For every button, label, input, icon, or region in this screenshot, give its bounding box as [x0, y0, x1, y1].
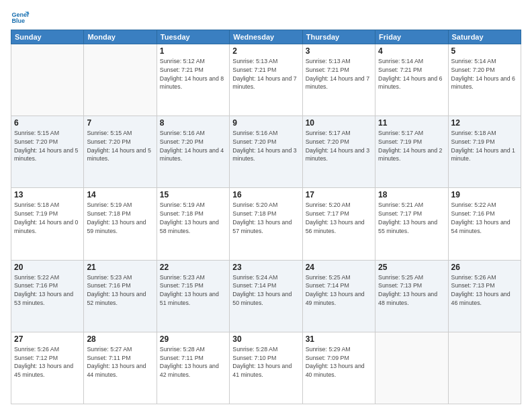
calendar-cell: 18Sunrise: 5:21 AMSunset: 7:17 PMDayligh… — [375, 188, 448, 260]
calendar-header-row: SundayMondayTuesdayWednesdayThursdayFrid… — [11, 30, 521, 44]
day-header-thursday: Thursday — [302, 30, 375, 44]
day-info: Sunrise: 5:23 AMSunset: 7:15 PMDaylight:… — [160, 273, 226, 308]
day-number: 19 — [451, 190, 518, 199]
calendar-cell: 10Sunrise: 5:17 AMSunset: 7:20 PMDayligh… — [302, 116, 375, 188]
calendar-cell: 6Sunrise: 5:15 AMSunset: 7:20 PMDaylight… — [11, 116, 84, 188]
day-info: Sunrise: 5:15 AMSunset: 7:20 PMDaylight:… — [14, 129, 81, 163]
calendar-cell: 8Sunrise: 5:16 AMSunset: 7:20 PMDaylight… — [157, 116, 229, 188]
day-number: 25 — [378, 263, 445, 272]
day-info: Sunrise: 5:12 AMSunset: 7:21 PMDaylight:… — [160, 57, 226, 91]
calendar-cell: 16Sunrise: 5:20 AMSunset: 7:18 PMDayligh… — [230, 188, 302, 260]
calendar-cell: 24Sunrise: 5:25 AMSunset: 7:14 PMDayligh… — [302, 260, 375, 332]
calendar-cell: 1Sunrise: 5:12 AMSunset: 7:21 PMDaylight… — [157, 44, 229, 116]
day-info: Sunrise: 5:21 AMSunset: 7:17 PMDaylight:… — [378, 201, 445, 235]
day-number: 21 — [87, 263, 153, 272]
calendar-cell — [375, 332, 448, 404]
calendar-cell: 28Sunrise: 5:27 AMSunset: 7:11 PMDayligh… — [84, 332, 157, 404]
day-info: Sunrise: 5:26 AMSunset: 7:13 PMDaylight:… — [451, 273, 518, 308]
day-number: 26 — [451, 263, 518, 272]
day-info: Sunrise: 5:19 AMSunset: 7:18 PMDaylight:… — [160, 201, 226, 235]
day-info: Sunrise: 5:18 AMSunset: 7:19 PMDaylight:… — [451, 129, 518, 163]
calendar-cell: 3Sunrise: 5:13 AMSunset: 7:21 PMDaylight… — [302, 44, 375, 116]
calendar-cell: 5Sunrise: 5:14 AMSunset: 7:20 PMDaylight… — [448, 44, 521, 116]
day-info: Sunrise: 5:25 AMSunset: 7:14 PMDaylight:… — [306, 273, 372, 308]
day-info: Sunrise: 5:16 AMSunset: 7:20 PMDaylight:… — [232, 129, 299, 163]
day-info: Sunrise: 5:20 AMSunset: 7:17 PMDaylight:… — [306, 201, 372, 235]
day-info: Sunrise: 5:16 AMSunset: 7:20 PMDaylight:… — [160, 129, 226, 163]
day-info: Sunrise: 5:28 AMSunset: 7:11 PMDaylight:… — [160, 345, 226, 379]
day-number: 6 — [14, 118, 81, 128]
calendar-week-row: 1Sunrise: 5:12 AMSunset: 7:21 PMDaylight… — [11, 44, 521, 116]
calendar-cell: 4Sunrise: 5:14 AMSunset: 7:21 PMDaylight… — [375, 44, 448, 116]
day-number: 27 — [14, 334, 81, 344]
day-info: Sunrise: 5:23 AMSunset: 7:16 PMDaylight:… — [87, 273, 153, 308]
day-number: 30 — [232, 334, 299, 344]
calendar-cell: 30Sunrise: 5:28 AMSunset: 7:10 PMDayligh… — [230, 332, 302, 404]
calendar-cell: 11Sunrise: 5:17 AMSunset: 7:19 PMDayligh… — [375, 116, 448, 188]
calendar-table: SundayMondayTuesdayWednesdayThursdayFrid… — [11, 30, 521, 404]
calendar-cell: 27Sunrise: 5:26 AMSunset: 7:12 PMDayligh… — [11, 332, 84, 404]
day-info: Sunrise: 5:25 AMSunset: 7:13 PMDaylight:… — [378, 273, 445, 308]
day-info: Sunrise: 5:17 AMSunset: 7:19 PMDaylight:… — [378, 129, 445, 163]
day-info: Sunrise: 5:26 AMSunset: 7:12 PMDaylight:… — [14, 345, 81, 379]
logo: General Blue — [11, 8, 32, 27]
calendar-cell: 13Sunrise: 5:18 AMSunset: 7:19 PMDayligh… — [11, 188, 84, 260]
day-number: 2 — [232, 46, 299, 56]
day-number: 4 — [378, 46, 445, 56]
calendar-week-row: 6Sunrise: 5:15 AMSunset: 7:20 PMDaylight… — [11, 116, 521, 188]
day-info: Sunrise: 5:19 AMSunset: 7:18 PMDaylight:… — [87, 201, 153, 235]
day-info: Sunrise: 5:20 AMSunset: 7:18 PMDaylight:… — [232, 201, 299, 235]
calendar-cell — [11, 44, 84, 116]
day-number: 22 — [160, 263, 226, 272]
day-info: Sunrise: 5:28 AMSunset: 7:10 PMDaylight:… — [232, 345, 299, 379]
day-number: 29 — [160, 334, 226, 344]
day-info: Sunrise: 5:17 AMSunset: 7:20 PMDaylight:… — [306, 129, 372, 163]
calendar-cell: 2Sunrise: 5:13 AMSunset: 7:21 PMDaylight… — [230, 44, 302, 116]
day-number: 28 — [87, 334, 153, 344]
calendar-week-row: 27Sunrise: 5:26 AMSunset: 7:12 PMDayligh… — [11, 332, 521, 404]
day-info: Sunrise: 5:22 AMSunset: 7:16 PMDaylight:… — [451, 201, 518, 235]
calendar-cell: 21Sunrise: 5:23 AMSunset: 7:16 PMDayligh… — [84, 260, 157, 332]
calendar-cell: 22Sunrise: 5:23 AMSunset: 7:15 PMDayligh… — [157, 260, 229, 332]
day-info: Sunrise: 5:14 AMSunset: 7:20 PMDaylight:… — [451, 57, 518, 91]
day-number: 16 — [232, 190, 299, 199]
day-number: 18 — [378, 190, 445, 199]
day-number: 3 — [306, 46, 372, 56]
day-number: 20 — [14, 263, 81, 272]
day-info: Sunrise: 5:18 AMSunset: 7:19 PMDaylight:… — [14, 201, 81, 235]
calendar-cell — [84, 44, 157, 116]
page-header: General Blue — [11, 8, 521, 27]
day-number: 13 — [14, 190, 81, 199]
day-number: 24 — [306, 263, 372, 272]
calendar-cell: 31Sunrise: 5:29 AMSunset: 7:09 PMDayligh… — [302, 332, 375, 404]
calendar-cell: 23Sunrise: 5:24 AMSunset: 7:14 PMDayligh… — [230, 260, 302, 332]
day-info: Sunrise: 5:13 AMSunset: 7:21 PMDaylight:… — [232, 57, 299, 91]
day-header-saturday: Saturday — [448, 30, 521, 44]
calendar-cell: 20Sunrise: 5:22 AMSunset: 7:16 PMDayligh… — [11, 260, 84, 332]
day-info: Sunrise: 5:14 AMSunset: 7:21 PMDaylight:… — [378, 57, 445, 91]
day-number: 9 — [232, 118, 299, 128]
day-number: 1 — [160, 46, 226, 56]
calendar-cell: 9Sunrise: 5:16 AMSunset: 7:20 PMDaylight… — [230, 116, 302, 188]
calendar-cell: 7Sunrise: 5:15 AMSunset: 7:20 PMDaylight… — [84, 116, 157, 188]
day-info: Sunrise: 5:22 AMSunset: 7:16 PMDaylight:… — [14, 273, 81, 308]
calendar-cell: 15Sunrise: 5:19 AMSunset: 7:18 PMDayligh… — [157, 188, 229, 260]
calendar-cell: 17Sunrise: 5:20 AMSunset: 7:17 PMDayligh… — [302, 188, 375, 260]
calendar-week-row: 20Sunrise: 5:22 AMSunset: 7:16 PMDayligh… — [11, 260, 521, 332]
svg-text:Blue: Blue — [11, 17, 25, 24]
day-number: 5 — [451, 46, 518, 56]
calendar-cell: 19Sunrise: 5:22 AMSunset: 7:16 PMDayligh… — [448, 188, 521, 260]
calendar-week-row: 13Sunrise: 5:18 AMSunset: 7:19 PMDayligh… — [11, 188, 521, 260]
day-number: 12 — [451, 118, 518, 128]
calendar-cell: 26Sunrise: 5:26 AMSunset: 7:13 PMDayligh… — [448, 260, 521, 332]
day-number: 15 — [160, 190, 226, 199]
day-number: 17 — [306, 190, 372, 199]
day-info: Sunrise: 5:13 AMSunset: 7:21 PMDaylight:… — [306, 57, 372, 91]
day-number: 31 — [306, 334, 372, 344]
day-header-wednesday: Wednesday — [230, 30, 302, 44]
day-number: 8 — [160, 118, 226, 128]
day-info: Sunrise: 5:27 AMSunset: 7:11 PMDaylight:… — [87, 345, 153, 379]
day-info: Sunrise: 5:15 AMSunset: 7:20 PMDaylight:… — [87, 129, 153, 163]
day-number: 7 — [87, 118, 153, 128]
calendar-cell: 12Sunrise: 5:18 AMSunset: 7:19 PMDayligh… — [448, 116, 521, 188]
